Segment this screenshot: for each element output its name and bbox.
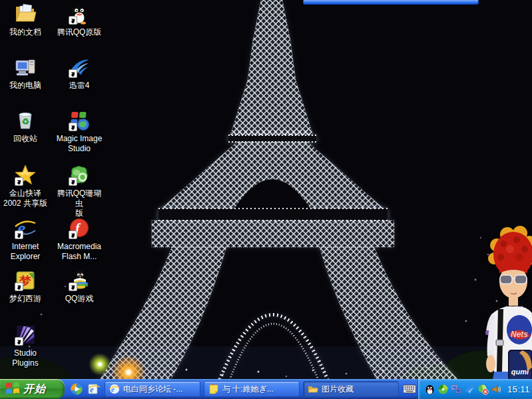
taskbar-button-pictures[interactable]: 图片收藏 xyxy=(303,381,399,397)
shortcut-arrow-icon xyxy=(15,230,23,239)
desktop-icon-menghuan-xiyou[interactable]: 梦 梦幻西游 xyxy=(0,269,51,304)
desktop-icon-recycle-bin[interactable]: ♻ 回收站 xyxy=(0,109,51,144)
shortcut-arrow-icon xyxy=(69,282,77,291)
thunder-tray-icon[interactable] xyxy=(464,384,475,395)
avatar-shirt-text: Nets xyxy=(511,330,528,339)
desktop-icon-label: 腾讯QQ原版 xyxy=(57,27,102,37)
coral-qq-icon xyxy=(68,164,91,187)
system-tray: 15:11 xyxy=(417,379,532,399)
desktop-icon-qq-games[interactable]: QQ游戏 xyxy=(54,269,105,304)
desktop-icon-label: 我的文档 xyxy=(9,27,41,37)
desktop-icon-my-documents[interactable]: 我的文档 xyxy=(0,3,51,37)
desktop-icon-label: Macromedia Flash M... xyxy=(57,242,101,262)
desktop-icon-macromedia-flash[interactable]: f Macromedia Flash M... xyxy=(54,217,105,262)
internet-explorer-icon: e xyxy=(109,384,120,394)
quick-launch-bar: e xyxy=(65,382,105,396)
taskbar: 开始 e e 电白同乡论坛 -... xyxy=(0,379,532,399)
qq-games-icon xyxy=(68,269,91,292)
desktop-icon-label: Magic Image Studio xyxy=(57,134,103,154)
media-player-icon[interactable] xyxy=(70,382,83,396)
kingsoft-sphere-tray-icon[interactable] xyxy=(437,384,449,395)
taskbar-buttons: e 电白同乡论坛 -... 与 十:維她ぎ... 图片收藏 xyxy=(105,381,401,397)
avatar-qumi-sign: qumi xyxy=(509,350,532,380)
desktop-icon-magic-image-studio[interactable]: Magic Image Studio xyxy=(54,109,105,154)
desktop-icon-kingsoft-fasttrans[interactable]: 金山快译 2002 共享版 xyxy=(0,164,51,208)
desktop-icon-studio-plugins[interactable]: Studio Plugins xyxy=(0,324,51,368)
desktop-icon-label: 回收站 xyxy=(13,134,37,144)
qq-show-avatar[interactable]: Nets qumi xyxy=(478,220,532,380)
avatar-badge-text: qumi xyxy=(511,368,529,376)
internet-explorer-icon: e xyxy=(14,217,37,240)
my-computer-icon xyxy=(14,56,37,79)
windows-logo-icon xyxy=(5,382,20,396)
avatar-shirt-logo: Nets xyxy=(507,315,532,344)
desktop-icon-label: Studio Plugins xyxy=(12,348,38,368)
fantasy-westward-journey-icon: 梦 xyxy=(14,269,37,292)
network-tray-icon[interactable] xyxy=(451,384,462,395)
taskbar-button-label: 与 十:維她ぎ... xyxy=(222,384,274,395)
ime-keyboard-icon[interactable] xyxy=(401,382,417,396)
start-label: 开始 xyxy=(23,382,46,396)
gold-star-icon xyxy=(14,164,37,187)
shortcut-arrow-icon xyxy=(69,16,77,25)
shortcut-arrow-icon xyxy=(15,177,23,186)
sticky-note-icon xyxy=(208,384,219,394)
folder-icon xyxy=(308,384,318,394)
shortcut-arrow-icon xyxy=(69,123,77,131)
shortcut-arrow-icon xyxy=(69,177,77,186)
my-documents-icon xyxy=(14,3,37,25)
qq-penguin-icon xyxy=(68,3,91,25)
windows-globe-icon xyxy=(68,109,91,132)
desktop-icon-tencent-qq-coral[interactable]: 腾讯QQ珊瑚虫 版 xyxy=(54,164,105,218)
recycle-bin-icon: ♻ xyxy=(14,109,37,132)
desktop-icon-label: Internet Explorer xyxy=(11,242,41,262)
flash-icon: f xyxy=(68,217,91,240)
internet-explorer-quicklaunch-icon[interactable]: e xyxy=(87,382,101,396)
qq-tray-icon[interactable] xyxy=(424,384,435,395)
desktop-icon-label: 金山快译 2002 共享版 xyxy=(3,189,47,208)
desktop-icon-label: 迅雷4 xyxy=(69,81,90,91)
taskbar-button-chat[interactable]: 与 十:維她ぎ... xyxy=(204,381,300,397)
shortcut-arrow-icon xyxy=(69,69,77,78)
start-button[interactable]: 开始 xyxy=(0,379,65,399)
desktop-icon-internet-explorer[interactable]: e Internet Explorer xyxy=(0,217,51,262)
shortcut-arrow-icon xyxy=(15,337,23,346)
desktop-icon-thunder-4[interactable]: 迅雷4 xyxy=(54,56,105,91)
svg-text:♻: ♻ xyxy=(21,117,29,127)
offscreen-window-titlebar[interactable] xyxy=(303,0,479,5)
shortcut-arrow-icon xyxy=(15,282,23,291)
tray-clock[interactable]: 15:11 xyxy=(507,384,530,394)
desktop-screen: 我的文档 腾讯QQ原版 我的电脑 迅 xyxy=(0,0,532,399)
avatar-hand xyxy=(486,355,495,372)
desktop-icon-my-computer[interactable]: 我的电脑 xyxy=(0,56,51,91)
taskbar-button-label: 电白同乡论坛 -... xyxy=(123,384,182,395)
shortcut-arrow-icon xyxy=(69,230,77,239)
assistant-tray-icon[interactable] xyxy=(477,384,489,395)
taskbar-button-label: 图片收藏 xyxy=(322,384,354,395)
desktop-icon-label: 梦幻西游 xyxy=(9,294,41,304)
desktop-icon-tencent-qq-original[interactable]: 腾讯QQ原版 xyxy=(54,3,105,37)
studio-plugins-icon xyxy=(14,324,37,346)
desktop-icon-label: 我的电脑 xyxy=(9,81,41,91)
desktop-icon-label: QQ游戏 xyxy=(65,294,94,304)
volume-tray-icon[interactable] xyxy=(491,384,502,395)
thunder-bird-icon xyxy=(68,56,91,79)
desktop-icon-label: 腾讯QQ珊瑚虫 版 xyxy=(54,189,105,218)
taskbar-button-forum[interactable]: e 电白同乡论坛 -... xyxy=(105,381,200,397)
